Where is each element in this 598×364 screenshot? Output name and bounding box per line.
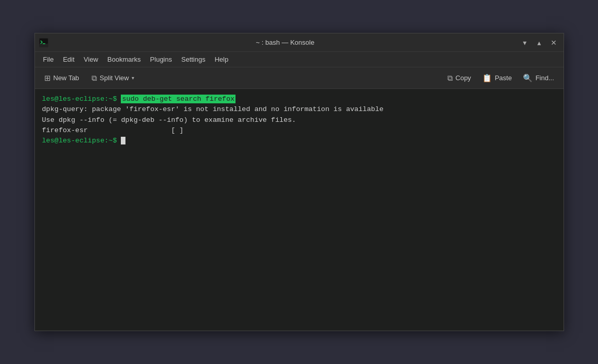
split-view-button[interactable]: ⧉ Split View ▾ (86, 71, 139, 85)
copy-icon: ⧉ (447, 74, 453, 83)
find-label: Find... (535, 74, 554, 82)
terminal-line-4: firefox-esr [ ] (42, 125, 556, 136)
paste-button[interactable]: 📋 Paste (477, 71, 517, 85)
paste-label: Paste (495, 74, 512, 82)
find-button[interactable]: 🔍 Find... (518, 71, 559, 85)
close-button[interactable]: ✕ (548, 37, 559, 48)
window-title: ~ : bash — Konsole (51, 39, 519, 46)
cursor (121, 137, 125, 144)
toolbar-right: ⧉ Copy 📋 Paste 🔍 Find... (442, 71, 559, 85)
find-icon: 🔍 (523, 74, 533, 83)
copy-label: Copy (456, 74, 471, 82)
output-line-2: dpkg-query: package 'firefox-esr' is not… (42, 104, 556, 115)
package-name: firefox-esr [ ] (42, 126, 184, 134)
maximize-button[interactable]: ▴ (534, 37, 545, 48)
terminal-line-1: les@les-eclipse:~$ sudo deb-get search f… (42, 94, 556, 104)
title-bar-controls: ▾ ▴ ✕ (519, 37, 559, 48)
title-bar: ~ : bash — Konsole ▾ ▴ ✕ (35, 33, 564, 52)
menu-plugins[interactable]: Plugins (146, 54, 176, 65)
menu-file[interactable]: File (39, 54, 58, 65)
menu-bookmarks[interactable]: Bookmarks (103, 54, 145, 65)
minimize-button[interactable]: ▾ (519, 37, 531, 48)
prompt-1: les@les-eclipse:~$ (42, 95, 117, 103)
menu-help[interactable]: Help (210, 54, 232, 65)
menu-settings[interactable]: Settings (177, 54, 209, 65)
selected-command: sudo deb-get search firefox (121, 95, 235, 103)
menu-edit[interactable]: Edit (59, 54, 78, 65)
chevron-down-icon: ▾ (132, 75, 134, 81)
terminal-line-5: les@les-eclipse:~$ (42, 136, 556, 146)
menu-view[interactable]: View (80, 54, 102, 65)
new-tab-label: New Tab (53, 74, 79, 82)
desktop: ~ : bash — Konsole ▾ ▴ ✕ File Edit View … (0, 0, 598, 364)
menu-bar: File Edit View Bookmarks Plugins Setting… (35, 52, 564, 67)
konsole-app-icon (39, 38, 48, 47)
split-view-icon: ⧉ (92, 74, 97, 83)
paste-icon: 📋 (482, 74, 492, 83)
prompt-2: les@les-eclipse:~$ (42, 137, 117, 144)
new-tab-icon: ⊞ (44, 74, 51, 83)
copy-button[interactable]: ⧉ Copy (442, 71, 476, 85)
title-bar-left (39, 38, 51, 47)
toolbar: ⊞ New Tab ⧉ Split View ▾ ⧉ Copy 📋 Paste (35, 67, 564, 89)
new-tab-button[interactable]: ⊞ New Tab (39, 71, 84, 85)
konsole-window: ~ : bash — Konsole ▾ ▴ ✕ File Edit View … (34, 33, 564, 331)
terminal-container: les@les-eclipse:~$ sudo deb-get search f… (35, 89, 564, 331)
output-line-3: Use dpkg --info (= dpkg-deb --info) to e… (42, 115, 556, 125)
terminal-output[interactable]: les@les-eclipse:~$ sudo deb-get search f… (35, 89, 564, 331)
split-view-label: Split View (100, 74, 129, 82)
